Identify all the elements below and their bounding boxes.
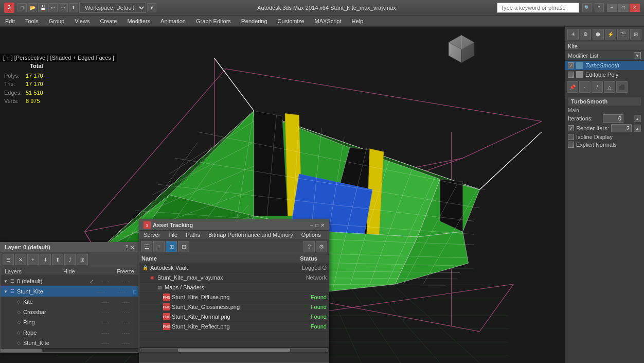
menu-modifiers[interactable]: Modifiers <box>122 15 155 26</box>
new-btn[interactable]: □ <box>17 3 27 12</box>
undo-btn[interactable]: ↩ <box>48 3 58 12</box>
workspace-dropdown-btn[interactable]: ▼ <box>147 3 156 12</box>
asset-menu-server[interactable]: Server <box>139 231 164 239</box>
layer-row-default[interactable]: ▼ ☰ 0 (default) ✓ ---- ---- <box>1 276 138 286</box>
open-btn[interactable]: 📂 <box>28 3 37 12</box>
search-btn[interactable]: 🔍 <box>582 3 592 12</box>
layer-name-stunt-kite-obj: Stunt_Kite <box>23 340 88 346</box>
asset-row-maps[interactable]: ▤ Maps / Shaders <box>139 283 329 292</box>
asset-panel-maximize[interactable]: □ <box>315 222 318 228</box>
panel-icon-6[interactable]: ⊞ <box>630 29 641 40</box>
layer-hide-stunt-kite-obj: ---- <box>95 340 116 346</box>
tool-render[interactable]: ⬛ <box>616 81 628 93</box>
asset-row-diffuse[interactable]: PNG Stunt_Kite_Diffuse.png Found <box>139 292 329 302</box>
layer-row-stunt-kite-obj[interactable]: ◇ Stunt_Kite ---- ---- <box>1 338 138 348</box>
at-btn-2[interactable]: ≡ <box>153 241 165 252</box>
redo-btn[interactable]: ↪ <box>59 3 68 12</box>
asset-scrollbar[interactable] <box>139 347 329 352</box>
tool-vert[interactable]: · <box>579 81 591 93</box>
lt-extra-btn[interactable]: ⊞ <box>77 254 88 265</box>
menu-edit[interactable]: Edit <box>0 15 20 26</box>
nav-cube[interactable] <box>443 31 479 67</box>
asset-row-max-file[interactable]: ▣ Stunt_Kite_max_vray.max Network <box>139 273 329 283</box>
asset-row-glossiness[interactable]: PNG Stunt_Kite_Glossiness.png Found <box>139 302 329 312</box>
menu-group[interactable]: Group <box>44 15 70 26</box>
nav-btn[interactable]: ⬆ <box>69 3 78 12</box>
layer-row-ring[interactable]: ◇ Ring ---- ---- <box>1 317 138 327</box>
asset-row-vault[interactable]: 🔒 Autodesk Vault Logged O <box>139 263 329 273</box>
total-label: Total <box>4 62 43 71</box>
lt-merge-btn[interactable]: ⤴ <box>64 254 76 265</box>
menu-graph-editors[interactable]: Graph Editors <box>191 15 236 26</box>
at-btn-settings[interactable]: ⚙ <box>316 241 327 252</box>
menu-tools[interactable]: Tools <box>20 15 44 26</box>
menu-create[interactable]: Create <box>95 15 122 26</box>
asset-row-normal[interactable]: PNG Stunt_Kite_Normal.png Found <box>139 312 329 322</box>
layer-row-rope[interactable]: ◇ Rope ---- ---- <box>1 327 138 338</box>
asset-menu-bitmap[interactable]: Bitmap Performance and Memory <box>204 231 297 239</box>
turbosmooth-checkbox[interactable]: ✓ <box>568 62 574 68</box>
layer-panel-scrollbar[interactable] <box>1 348 138 352</box>
layer-panel-help[interactable]: ? <box>125 245 128 250</box>
panel-icon-2[interactable]: ⚙ <box>580 29 591 40</box>
reflect-status: Found <box>291 323 327 330</box>
asset-menu-options[interactable]: Options <box>297 231 325 239</box>
save-btn[interactable]: 💾 <box>38 3 47 12</box>
modifier-editable-poly[interactable]: Editable Poly <box>565 70 644 79</box>
help-btn[interactable]: ? <box>595 3 604 12</box>
modifier-turbosmmoth[interactable]: ✓ TurboSmooth <box>565 61 644 70</box>
minimize-btn[interactable]: − <box>607 4 617 12</box>
menu-animation[interactable]: Animation <box>155 15 191 26</box>
close-btn[interactable]: ✕ <box>630 4 640 12</box>
asset-panel-close[interactable]: ✕ <box>320 222 325 228</box>
menu-help[interactable]: Help <box>347 15 369 26</box>
at-btn-help[interactable]: ? <box>303 241 315 252</box>
tool-face[interactable]: △ <box>604 81 615 93</box>
lt-add-btn[interactable]: + <box>27 254 39 265</box>
maximize-btn[interactable]: □ <box>618 4 629 12</box>
menu-customize[interactable]: Customize <box>273 15 310 26</box>
iterations-up[interactable]: ▲ <box>634 115 641 122</box>
layer-row-stunt-kite-group[interactable]: ▼ ☰ Stunt_Kite ---- ---- □ <box>1 286 138 297</box>
tool-edge[interactable]: / <box>592 81 603 93</box>
layer-row-crossbar[interactable]: ◇ Crossbar ---- ---- <box>1 307 138 317</box>
turbosmooth-name: TurboSmooth <box>585 62 619 68</box>
search-input[interactable] <box>497 3 579 13</box>
at-btn-1[interactable]: ☰ <box>141 241 152 252</box>
asset-panel-minimize[interactable]: − <box>310 222 313 228</box>
isoline-checkbox[interactable] <box>568 134 574 140</box>
iterations-input[interactable] <box>603 114 623 123</box>
at-btn-3[interactable]: ⊞ <box>166 241 177 252</box>
asset-scrollbar-track[interactable] <box>140 348 328 352</box>
modifier-list-dropdown[interactable]: ▼ <box>634 52 641 59</box>
layer-panel-scrollbar-thumb[interactable] <box>1 349 42 352</box>
render-iters-checkbox[interactable]: ✓ <box>568 125 574 131</box>
layer-row-kite[interactable]: ◇ Kite ---- ---- <box>1 297 138 307</box>
layer-panel-close[interactable]: ✕ <box>130 245 134 250</box>
polys-value: 17 170 <box>26 72 43 80</box>
vault-status: Logged O <box>291 265 327 271</box>
lt-down-btn[interactable]: ⬇ <box>40 254 51 265</box>
menu-views[interactable]: Views <box>69 15 95 26</box>
tool-pin[interactable]: 📌 <box>567 81 578 93</box>
lt-layers-btn[interactable]: ☰ <box>3 254 14 265</box>
panel-icon-3[interactable]: ⬢ <box>593 29 604 40</box>
editablepoly-checkbox[interactable] <box>568 72 574 78</box>
menu-rendering[interactable]: Rendering <box>236 15 273 26</box>
asset-menu-file[interactable]: File <box>164 231 182 239</box>
menu-maxscript[interactable]: MAXScript <box>310 15 347 26</box>
workspace-selector[interactable]: Workspace: Default <box>79 3 146 13</box>
asset-row-reflect[interactable]: PNG Stunt_Kite_Reflect.png Found <box>139 322 329 332</box>
glossiness-name: Stunt_Kite_Glossiness.png <box>172 304 291 310</box>
explicit-normals-checkbox[interactable] <box>568 142 574 148</box>
panel-icon-1[interactable]: ☀ <box>567 29 579 40</box>
render-iters-up[interactable]: ▲ <box>634 125 641 132</box>
lt-up-btn[interactable]: ⬆ <box>52 254 63 265</box>
asset-scrollbar-thumb[interactable] <box>178 349 290 352</box>
asset-menu-paths[interactable]: Paths <box>182 231 204 239</box>
at-btn-4[interactable]: ⊟ <box>178 241 189 252</box>
render-iters-input[interactable] <box>611 124 632 132</box>
lt-delete-btn[interactable]: ✕ <box>15 254 26 265</box>
panel-icon-5[interactable]: 🎬 <box>617 29 629 40</box>
panel-icon-4[interactable]: ⚡ <box>605 29 616 40</box>
